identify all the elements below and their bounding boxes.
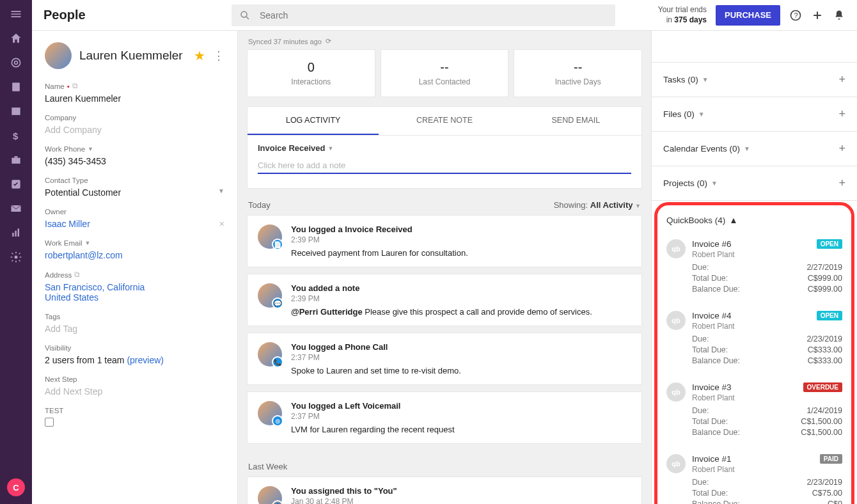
chevron-down-icon: ▼	[218, 187, 224, 198]
topbar: People Your trial ends in 375 days PURCH…	[32, 0, 857, 31]
chevron-down-icon: ▼	[711, 180, 718, 187]
work-email-value[interactable]: robertplant@lz.com	[45, 250, 224, 260]
quickbooks-invoice[interactable]: qb Invoice #1PAID Robert Plant Due:2/23/…	[663, 448, 846, 504]
lastweek-heading: Last Week	[248, 462, 287, 471]
plus-icon[interactable]: +	[838, 142, 845, 155]
user-icon: 👤	[272, 500, 283, 504]
stat-inactive-days: --Inactive Days	[514, 49, 642, 97]
quickbooks-invoice[interactable]: qb Invoice #6OPEN Robert Plant Due:2/27/…	[663, 233, 846, 304]
tab-create-note[interactable]: CREATE NOTE	[379, 107, 510, 135]
activity-avatar: 💬	[258, 283, 282, 308]
sync-status: Synced 37 minutes ago ⟳	[238, 31, 651, 49]
menu-icon[interactable]	[10, 8, 22, 20]
svg-rect-3	[12, 107, 20, 115]
visibility-preview-link[interactable]: (preview)	[127, 355, 164, 365]
home-icon[interactable]	[10, 32, 22, 45]
bell-icon[interactable]	[833, 9, 845, 22]
purchase-button[interactable]: PURCHASE	[716, 5, 780, 26]
chevron-down-icon[interactable]: ▼	[85, 240, 91, 246]
tags-field[interactable]: Add Tag	[45, 324, 224, 334]
settings-icon[interactable]	[10, 251, 22, 264]
copy-icon[interactable]: ⧉	[72, 82, 78, 90]
svg-rect-10	[15, 231, 17, 237]
document-icon: 📄	[272, 239, 283, 250]
search-box[interactable]	[232, 4, 615, 26]
address-line2[interactable]: United States	[45, 292, 224, 303]
svg-point-12	[15, 256, 18, 259]
accordion-projects[interactable]: Projects (0)▼+	[652, 166, 857, 201]
name-value[interactable]: Lauren Kuemmeler	[45, 93, 224, 104]
svg-point-0	[12, 58, 20, 67]
add-icon[interactable]	[811, 9, 824, 22]
status-badge: OVERDUE	[803, 382, 842, 392]
quickbooks-section-highlight: QuickBooks (4)▲ qb Invoice #6OPEN Robert…	[654, 202, 854, 504]
owner-value[interactable]: Isaac Miller×	[45, 219, 224, 229]
contacts-icon[interactable]	[10, 81, 22, 93]
activity-item[interactable]: 💬 You added a note2:39 PM@Perri Gutterid…	[247, 274, 642, 326]
log-type-selector[interactable]: Invoice Received ▼	[258, 143, 631, 153]
contact-type-label: Contact Type	[45, 177, 224, 184]
svg-rect-9	[12, 233, 14, 237]
activity-item[interactable]: 📄 You logged a Invoice Received2:39 PMRe…	[247, 215, 642, 267]
person-avatar	[45, 42, 72, 69]
refresh-icon[interactable]: ⟳	[326, 37, 331, 45]
activity-item[interactable]: 👤 You assigned this to "You"Jan 30 at 2:…	[247, 476, 642, 504]
plus-icon[interactable]: +	[838, 177, 845, 190]
company-field[interactable]: Add Company	[45, 125, 224, 135]
activity-panel: Synced 37 minutes ago ⟳ 0Interactions --…	[238, 31, 651, 504]
name-label: Name	[45, 83, 65, 90]
plus-icon[interactable]: +	[838, 107, 845, 121]
person-name: Lauren Kuemmeler	[79, 49, 186, 63]
briefcase-icon[interactable]	[10, 154, 22, 166]
quickbooks-icon: qb	[666, 454, 686, 473]
accordion-calendar[interactable]: Calendar Events (0)▼+	[652, 132, 857, 166]
dollar-icon[interactable]: $	[10, 129, 22, 142]
note-input[interactable]: Click here to add a note	[258, 158, 631, 174]
chevron-down-icon: ▼	[702, 76, 709, 83]
work-phone-label: Work Phone	[45, 145, 85, 153]
right-panel: Tasks (0)▼+ Files (0)▼+ Calendar Events …	[651, 31, 857, 504]
test-checkbox[interactable]	[45, 418, 54, 427]
company-label: Company	[45, 114, 224, 122]
svg-text:$: $	[13, 130, 19, 141]
today-heading: Today	[248, 200, 271, 210]
reports-icon[interactable]	[10, 226, 22, 239]
app-logo[interactable]: C	[7, 478, 25, 496]
test-label: TEST	[45, 407, 224, 414]
status-badge: OPEN	[817, 239, 842, 249]
accordion-files[interactable]: Files (0)▼+	[652, 97, 857, 132]
search-input[interactable]	[260, 10, 608, 20]
chevron-down-icon: ▼	[328, 145, 334, 152]
sidebar: $ C	[0, 0, 32, 504]
next-step-field[interactable]: Add Next Step	[45, 386, 224, 397]
tasks-icon[interactable]	[10, 178, 22, 191]
chevron-down-icon[interactable]: ▼	[88, 146, 93, 152]
svg-point-13	[241, 12, 247, 17]
companies-icon[interactable]	[10, 105, 22, 118]
chevron-down-icon: ▼	[744, 145, 750, 152]
activity-filter[interactable]: Showing: All Activity ▼	[554, 200, 641, 210]
accordion-quickbooks[interactable]: QuickBooks (4)▲	[663, 208, 846, 233]
copy-icon[interactable]: ⧉	[74, 271, 80, 279]
target-icon[interactable]	[10, 56, 22, 69]
address-line1[interactable]: San Francisco, California	[45, 282, 224, 292]
accordion-tasks[interactable]: Tasks (0)▼+	[652, 63, 857, 97]
tab-send-email[interactable]: SEND EMAIL	[510, 107, 641, 135]
help-icon[interactable]: ?	[789, 9, 802, 22]
more-icon[interactable]: ⋮	[213, 49, 224, 63]
tab-log-activity[interactable]: LOG ACTIVITY	[248, 107, 379, 135]
clear-icon[interactable]: ×	[219, 219, 224, 229]
quickbooks-invoice[interactable]: qb Invoice #3OVERDUE Robert Plant Due:1/…	[663, 376, 846, 448]
activity-avatar: ⊚	[258, 401, 282, 425]
activity-item[interactable]: 📞 You logged a Phone Call2:37 PMSpoke to…	[247, 333, 642, 385]
star-icon[interactable]: ★	[194, 48, 205, 63]
activity-item[interactable]: ⊚ You logged a Left Voicemail2:37 PMLVM …	[247, 391, 642, 444]
work-phone-value[interactable]: (435) 345-3453	[45, 156, 224, 166]
contact-type-value[interactable]: Potential Customer▼	[45, 187, 224, 198]
email-icon[interactable]	[10, 202, 22, 215]
next-step-label: Next Step	[45, 375, 224, 383]
plus-icon[interactable]: +	[838, 73, 845, 86]
svg-rect-5	[12, 158, 20, 164]
page-title: People	[43, 8, 223, 22]
quickbooks-invoice[interactable]: qb Invoice #4OPEN Robert Plant Due:2/23/…	[663, 304, 846, 376]
